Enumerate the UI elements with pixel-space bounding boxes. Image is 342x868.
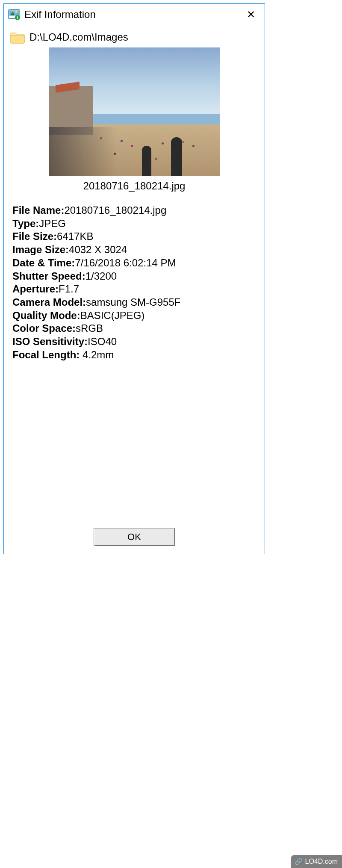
exif-row: Shutter Speed:1/3200 (12, 270, 259, 283)
thumbnail-filename: 20180716_180214.jpg (83, 180, 186, 192)
exif-row: Quality Mode:BASIC(JPEG) (12, 309, 259, 322)
folder-path-text: D:\LO4D.com\Images (29, 31, 128, 43)
folder-icon (10, 30, 25, 44)
exif-info-window: i Exif Information ✕ D:\LO4D.com\Images (3, 3, 265, 554)
exif-details: File Name:20180716_180214.jpgType:JPEGFi… (10, 200, 259, 362)
exif-value: 4032 X 3024 (69, 244, 127, 255)
exif-label: Type: (12, 218, 39, 229)
svg-point-3 (15, 11, 18, 13)
app-icon: i (8, 9, 20, 21)
exif-label: File Name: (12, 204, 64, 216)
thumbnail-section: 20180716_180214.jpg (10, 47, 259, 192)
exif-label: Focal Length: (12, 349, 80, 360)
exif-label: File Size: (12, 230, 57, 242)
exif-value: 6417KB (57, 230, 93, 242)
exif-label: Aperture: (12, 283, 59, 295)
exif-row: ISO Sensitivity:ISO40 (12, 335, 259, 348)
exif-value: ISO40 (88, 336, 117, 347)
exif-label: Date & Time: (12, 257, 75, 269)
folder-path-row: D:\LO4D.com\Images (10, 30, 259, 44)
exif-row: File Size:6417KB (12, 230, 259, 243)
thumbnail-image (49, 47, 220, 176)
exif-row: Camera Model:samsung SM-G955F (12, 296, 259, 309)
exif-row: Aperture:F1.7 (12, 283, 259, 296)
exif-label: Shutter Speed: (12, 270, 86, 282)
ok-button[interactable]: OK (94, 528, 175, 546)
titlebar: i Exif Information ✕ (4, 4, 265, 25)
exif-value: 4.2mm (80, 349, 114, 360)
exif-row: Image Size:4032 X 3024 (12, 243, 259, 257)
exif-label: Image Size: (12, 244, 69, 255)
exif-label: ISO Sensitivity: (12, 336, 88, 347)
watermark: 🔗 LO4D.com (291, 855, 342, 868)
window-title: Exif Information (24, 9, 236, 21)
content-area: D:\LO4D.com\Images (4, 25, 265, 554)
exif-value: sRGB (76, 322, 103, 334)
exif-value: JPEG (39, 218, 66, 229)
exif-row: File Name:20180716_180214.jpg (12, 204, 259, 217)
exif-value: 1/3200 (86, 270, 117, 282)
exif-row: Type:JPEG (12, 217, 259, 230)
exif-label: Quality Mode: (12, 310, 80, 321)
link-icon: 🔗 (295, 858, 303, 865)
exif-row: Date & Time:7/16/2018 6:02:14 PM (12, 257, 259, 270)
exif-value: samsung SM-G955F (86, 296, 180, 308)
exif-label: Camera Model: (12, 296, 86, 308)
close-button[interactable]: ✕ (241, 6, 261, 23)
exif-value: 7/16/2018 6:02:14 PM (75, 257, 176, 269)
watermark-text: LO4D.com (305, 858, 338, 865)
exif-value: 20180716_180214.jpg (64, 204, 166, 216)
button-bar: OK (10, 528, 259, 554)
svg-text:i: i (17, 16, 18, 20)
exif-row: Color Space:sRGB (12, 322, 259, 335)
exif-row: Focal Length: 4.2mm (12, 348, 259, 362)
exif-value: F1.7 (59, 283, 79, 295)
exif-value: BASIC(JPEG) (80, 310, 145, 321)
exif-label: Color Space: (12, 322, 76, 334)
